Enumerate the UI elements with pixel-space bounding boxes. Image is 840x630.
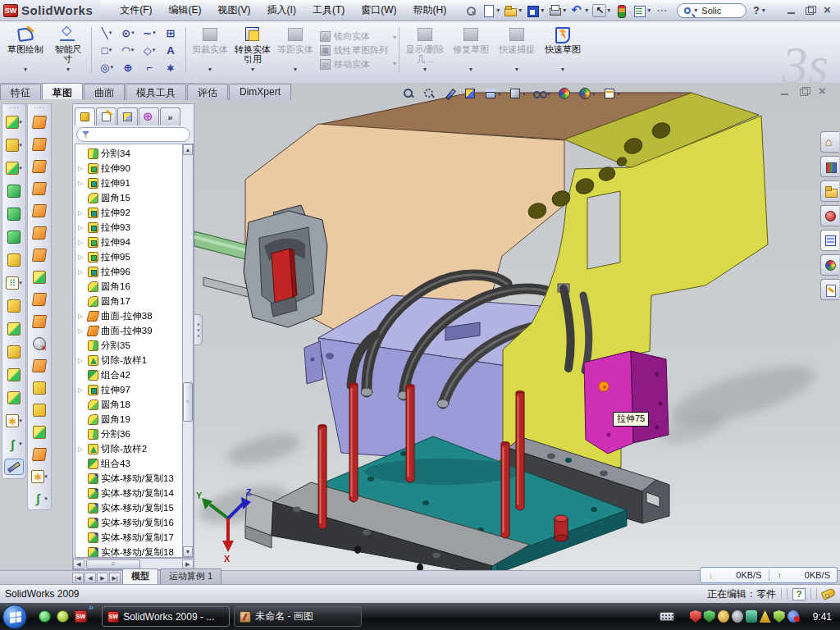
dimxpertmanager-tab[interactable]	[139, 107, 159, 126]
feature-tree-item[interactable]: ▷ 拉伸93	[75, 220, 182, 235]
search-input[interactable]	[700, 5, 739, 16]
quick-tips-button[interactable]: ?	[792, 588, 806, 600]
delete-face-icon[interactable]: ▾	[28, 332, 51, 354]
arc-tool[interactable]: ◠ ▾	[117, 42, 139, 59]
feature-tree-item[interactable]: ▷ 切除-放样2	[75, 441, 182, 456]
lofted-boss-icon[interactable]: ▾	[2, 203, 25, 226]
feature-tree-item[interactable]: ▷ 拉伸90	[75, 161, 182, 176]
edit-appearance-icon[interactable]: ▾	[558, 87, 571, 100]
expand-arrow-icon[interactable]: ▷	[78, 209, 85, 217]
feature-tree-item[interactable]: ▷ 圆角18	[75, 397, 182, 412]
messenger-icon[interactable]	[39, 610, 51, 623]
expand-arrow-icon[interactable]: ▷	[78, 253, 85, 261]
task-window-button[interactable]: SW SolidWorks 2009 - ...	[102, 606, 230, 627]
feature-tree-item[interactable]: ▷ 拉伸96	[75, 264, 182, 279]
mirror-entities-button[interactable]: △ 镜向实体	[320, 30, 388, 43]
open-file-button[interactable]: ▾	[502, 3, 523, 18]
menu-item[interactable]: 视图(V)	[211, 1, 258, 20]
menu-item[interactable]: 插入(I)	[260, 1, 304, 20]
alert-icon[interactable]	[760, 610, 771, 623]
untrim-surface-icon[interactable]: ▾	[28, 443, 51, 465]
task-window-button[interactable]: 未命名 - 画图	[234, 606, 362, 627]
spline-tool[interactable]: ∼ ▾	[139, 25, 160, 42]
document-tab[interactable]: 运动算例 1	[160, 568, 221, 584]
filter-input[interactable]	[93, 129, 185, 140]
messenger-status-icon[interactable]	[788, 610, 799, 623]
featuremanager-tab[interactable]	[75, 107, 95, 126]
design-library-tab[interactable]	[820, 156, 839, 177]
offset-entities-button[interactable]: 等距实体 ▾	[274, 24, 317, 76]
feature-tree-item[interactable]: ▷ 分割35	[75, 338, 182, 353]
panel-splitter-handle[interactable]: ◂◂◂	[194, 314, 203, 345]
fillet-icon[interactable]: ▾	[2, 157, 25, 180]
expand-arrow-icon[interactable]: ▷	[78, 268, 85, 276]
last-tab-button[interactable]: ▶|	[109, 573, 121, 583]
hole-wizard-icon[interactable]: ▾	[2, 249, 25, 272]
feature-tree-item[interactable]: ▷ 拉伸95	[75, 249, 182, 264]
scroll-down-icon[interactable]: ▼	[183, 546, 193, 557]
zoom-area-icon[interactable]: ▾	[422, 87, 436, 100]
feature-tree-item[interactable]: ▷ 曲面-拉伸38	[75, 308, 182, 323]
rebuild-button[interactable]: ▾	[613, 3, 630, 18]
doc-close-button[interactable]	[817, 87, 829, 97]
tree-horizontal-scrollbar[interactable]: ◀ ≡ ▶	[73, 558, 194, 569]
intersect-icon[interactable]: ▾	[2, 363, 25, 386]
document-tab[interactable]: 模型	[122, 568, 158, 584]
text-tool[interactable]: A ▾	[160, 42, 181, 59]
next-tab-button[interactable]: ▶	[97, 573, 108, 583]
expand-arrow-icon[interactable]: ▷	[78, 224, 85, 231]
badge-icon[interactable]	[718, 610, 729, 623]
model-viewport[interactable]: Y Z X	[194, 83, 840, 570]
menu-item[interactable]: 编辑(E)	[162, 1, 209, 20]
polygon-tool[interactable]: ⊕ ▾	[117, 59, 139, 76]
line-tool[interactable]: ╲ ▾	[96, 25, 117, 42]
convert-entities-button[interactable]: 转换实体引用 ▾	[231, 24, 274, 76]
security-ball-icon[interactable]	[57, 610, 69, 623]
apply-scene-icon[interactable]: ▾	[578, 87, 596, 100]
menu-item[interactable]: 帮助(H)	[406, 1, 454, 20]
display-style-icon[interactable]: ▾	[509, 87, 526, 100]
start-button[interactable]	[2, 605, 27, 629]
file-explorer-tab[interactable]	[820, 180, 839, 202]
configurationmanager-tab[interactable]	[117, 107, 138, 126]
feature-tree-item[interactable]: ▷ 圆角16	[75, 279, 182, 294]
revolved-surface-icon[interactable]: ▾	[28, 111, 51, 133]
network-icon[interactable]	[746, 610, 757, 623]
tag-icon[interactable]	[821, 587, 837, 600]
tree-vertical-scrollbar[interactable]: ▲ ≡ ▼	[182, 144, 194, 558]
view-palette-tab[interactable]	[820, 230, 839, 251]
expand-arrow-icon[interactable]: ▷	[78, 327, 85, 335]
curve-icon[interactable]: ▾	[2, 432, 25, 455]
feature-tree-item[interactable]: ▷ 拉伸97	[75, 382, 182, 397]
help-button[interactable]: ? ▾	[753, 5, 765, 16]
toolbar-overflow-button[interactable]: ▾	[653, 3, 670, 18]
undo-button[interactable]: ▾	[568, 3, 590, 18]
restore-button[interactable]	[804, 6, 815, 16]
insert-part-icon[interactable]: ▾	[2, 409, 25, 432]
security-plus-icon[interactable]	[774, 610, 785, 623]
network-speed-widget[interactable]: ↓ 0KB/S ↑ 0KB/S	[700, 567, 838, 583]
ribbon-tab[interactable]: 草图	[42, 83, 83, 99]
section-view-icon[interactable]: ▾	[463, 87, 477, 100]
point-tool[interactable]: ∗ ▾	[160, 59, 181, 76]
menu-item[interactable]: 窗口(W)	[354, 1, 404, 20]
thicken-icon[interactable]: ▾	[28, 399, 51, 421]
feature-tree-item[interactable]: ▷ 分割34	[75, 146, 182, 161]
zoom-fit-icon[interactable]: ▾	[402, 87, 415, 100]
new-file-button[interactable]: ▾	[480, 3, 501, 18]
ribbon-tab[interactable]: 模具工具	[126, 84, 186, 100]
offset-surface-icon[interactable]: ▾	[28, 244, 51, 266]
feature-tree-item[interactable]: ▷ 切除-放样1	[75, 353, 182, 368]
lofted-surface-icon[interactable]: ▾	[28, 155, 51, 177]
defense-shield-icon[interactable]	[704, 610, 715, 623]
first-tab-button[interactable]: |◀	[72, 573, 84, 583]
pick-box-tool[interactable]: ⊞ ▾	[160, 25, 181, 42]
feature-tree-item[interactable]: ▷ 实体-移动/复制13	[75, 471, 182, 486]
feature-tree-item[interactable]: ▷ 圆角17	[75, 294, 182, 308]
scroll-up-icon[interactable]: ▲	[183, 144, 193, 155]
feature-tree-item[interactable]: ▷ 拉伸91	[75, 176, 182, 190]
view-settings-icon[interactable]: ▾	[603, 87, 620, 100]
search-box[interactable]: ▾	[677, 3, 746, 18]
split-icon[interactable]: ▾	[2, 340, 25, 363]
display-delete-relations-button[interactable]: 显示/删除几... ▾	[402, 24, 448, 76]
